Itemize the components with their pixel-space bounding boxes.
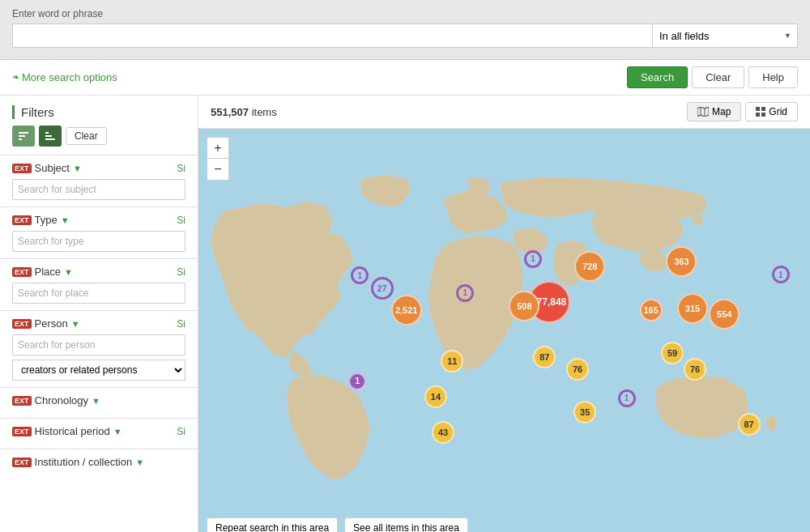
filters-title: Filters: [21, 105, 54, 119]
map-cluster-marker[interactable]: 76: [684, 358, 706, 381]
map-cluster-marker[interactable]: 1: [456, 284, 474, 302]
repeat-search-button[interactable]: Repeat search in this area: [207, 517, 338, 532]
chevron-institution: ▼: [135, 458, 144, 467]
ext-badge-historical: EXT: [12, 427, 32, 436]
svg-rect-3: [45, 132, 49, 134]
map-cluster-marker[interactable]: 728: [574, 251, 605, 282]
svg-marker-6: [697, 107, 709, 117]
subject-search-input[interactable]: [12, 179, 185, 200]
search-button[interactable]: Search: [627, 66, 688, 88]
map-cluster-marker[interactable]: 59: [661, 342, 684, 364]
chevron-historical: ▼: [113, 427, 122, 436]
si-link-historical[interactable]: Si: [177, 426, 185, 437]
more-options-label: More search options: [22, 71, 117, 83]
search-field-select[interactable]: In all fields Title Description Subject: [652, 23, 798, 48]
see-all-button[interactable]: See all items in this area: [344, 517, 468, 532]
content-header: 551,507 items Map: [198, 96, 810, 129]
map-container[interactable]: + − 577,8482,521728508363315554165877676…: [198, 129, 810, 532]
chevron-subject: ▼: [73, 164, 82, 173]
map-cluster-marker[interactable]: 1: [351, 266, 369, 284]
map-cluster-marker[interactable]: 554: [709, 299, 740, 330]
clear-top-button[interactable]: Clear: [692, 66, 744, 88]
ext-badge-subject: EXT: [12, 164, 32, 173]
filter-section-header-subject: EXT Subject ▼ Si: [12, 162, 185, 174]
filter-section-person: EXT Person ▼ Si creators or related pers…: [0, 310, 198, 387]
zoom-out-button[interactable]: −: [207, 159, 228, 180]
ext-badge-chronology: EXT: [12, 396, 32, 406]
filter-section-historical: EXT Historical period ▼ Si: [0, 418, 198, 449]
clear-filter-button[interactable]: Clear: [66, 127, 107, 145]
person-search-input[interactable]: [12, 334, 185, 355]
filter-title-subject: Subject: [35, 162, 70, 174]
map-cluster-marker[interactable]: 27: [371, 277, 394, 300]
search-bar-container: Enter word or phrase In all fields Title…: [0, 0, 810, 60]
grid-icon: [756, 107, 765, 117]
ext-badge-type: EXT: [12, 215, 32, 225]
svg-rect-11: [756, 113, 760, 117]
content-area: 551,507 items Map: [198, 96, 810, 532]
map-cluster-marker[interactable]: 87: [738, 413, 761, 436]
map-cluster-marker[interactable]: 2,521: [391, 295, 422, 326]
map-cluster-marker[interactable]: 363: [666, 246, 697, 277]
svg-rect-2: [19, 138, 22, 140]
si-link-place[interactable]: Si: [177, 266, 185, 278]
help-button[interactable]: Help: [748, 66, 798, 88]
map-icon: [697, 107, 709, 117]
filter-section-subject: EXT Subject ▼ Si: [0, 155, 198, 206]
zoom-in-button[interactable]: +: [207, 138, 228, 159]
si-link-subject[interactable]: Si: [177, 163, 185, 174]
search-bar-row: In all fields Title Description Subject: [12, 23, 798, 48]
ext-badge-place: EXT: [12, 267, 32, 277]
map-view-button[interactable]: Map: [687, 102, 741, 121]
more-search-options-link[interactable]: ❧ More search options: [12, 71, 117, 83]
search-bar-label: Enter word or phrase: [12, 8, 798, 19]
map-cluster-marker[interactable]: 1: [772, 266, 790, 283]
sort-asc-icon: [18, 130, 29, 142]
map-cluster-marker[interactable]: 508: [509, 291, 539, 321]
map-cluster-marker[interactable]: 76: [566, 358, 589, 381]
sidebar: Filters Clear: [0, 96, 198, 532]
filter-section-institution: EXT Institution / collection ▼: [0, 449, 198, 479]
map-cluster-marker[interactable]: 165: [640, 299, 663, 321]
filter-section-header-place: EXT Place ▼ Si: [12, 266, 185, 278]
map-cluster-marker[interactable]: 43: [432, 421, 454, 444]
filter-title-chronology: Chronology: [35, 394, 89, 406]
search-input[interactable]: [12, 23, 652, 48]
map-cluster-marker[interactable]: 1: [348, 372, 366, 390]
svg-rect-4: [45, 135, 52, 137]
map-cluster-marker[interactable]: 1: [618, 389, 636, 407]
grid-view-button[interactable]: Grid: [745, 102, 798, 121]
svg-rect-1: [19, 135, 25, 137]
map-cluster-marker[interactable]: 87: [533, 346, 556, 368]
ext-badge-institution: EXT: [12, 458, 32, 467]
place-search-input[interactable]: [12, 283, 185, 304]
items-count-container: 551,507 items: [211, 106, 277, 118]
filter-buttons-row: Clear: [0, 126, 198, 155]
map-cluster-marker[interactable]: 1: [524, 250, 542, 268]
map-cluster-marker[interactable]: 14: [424, 385, 447, 408]
chevron-down-icon: ❧: [12, 72, 19, 83]
svg-rect-12: [761, 113, 765, 117]
filter-section-place: EXT Place ▼ Si: [0, 258, 198, 310]
filter-section-chronology: EXT Chronology ▼: [0, 387, 198, 418]
person-type-dropdown[interactable]: creators or related persons creators onl…: [12, 360, 185, 381]
filter-section-header-type: EXT Type ▼ Si: [12, 214, 185, 226]
sort-desc-icon: [45, 130, 56, 142]
map-cluster-marker[interactable]: 11: [441, 350, 463, 372]
filters-header: Filters: [0, 96, 198, 126]
map-zoom-controls: + −: [207, 137, 229, 181]
map-bottom-bar: Repeat search in this area See all items…: [207, 517, 468, 532]
filter-section-header-historical: EXT Historical period ▼ Si: [12, 425, 185, 437]
si-link-type[interactable]: Si: [177, 215, 185, 226]
type-search-input[interactable]: [12, 231, 185, 252]
ext-badge-person: EXT: [12, 319, 32, 329]
map-cluster-marker[interactable]: 35: [573, 401, 596, 423]
map-cluster-marker[interactable]: 315: [677, 293, 708, 324]
items-count: 551,507: [211, 106, 249, 118]
main-layout: Filters Clear: [0, 96, 810, 532]
sort-asc-button[interactable]: [12, 126, 35, 147]
sort-desc-button[interactable]: [39, 126, 62, 147]
filter-title-historical: Historical period: [35, 425, 110, 437]
si-link-person[interactable]: Si: [177, 318, 185, 330]
svg-rect-10: [761, 107, 765, 111]
